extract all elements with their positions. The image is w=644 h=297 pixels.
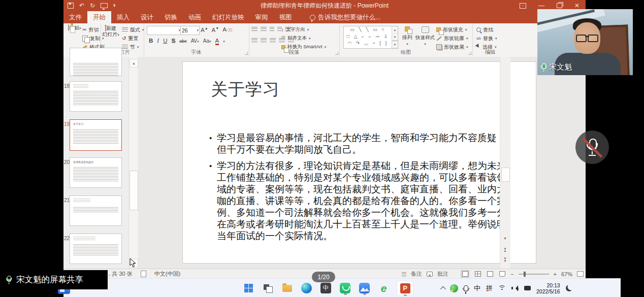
undo-icon[interactable]: ↶ bbox=[79, 2, 84, 9]
align-center-icon[interactable] bbox=[261, 38, 267, 43]
minimize-button[interactable]: — bbox=[538, 2, 544, 9]
close-button[interactable]: ✕ bbox=[574, 2, 579, 9]
ime-taskbar-button[interactable]: 中 bbox=[319, 282, 332, 294]
drawing-dialog-launcher[interactable] bbox=[468, 52, 471, 55]
powerpoint-taskbar-button[interactable]: P bbox=[397, 282, 413, 294]
zoom-slider[interactable] bbox=[519, 274, 549, 275]
thumbnail-slide-21[interactable] bbox=[70, 195, 122, 226]
paste-button[interactable]: 粘贴▾ bbox=[68, 25, 82, 31]
numbering-icon[interactable] bbox=[261, 27, 267, 31]
zoom-slider-thumb[interactable] bbox=[524, 272, 526, 277]
tab-slideshow[interactable]: 幻灯片放映 bbox=[207, 11, 250, 23]
thumbnail-slide-17-partial[interactable] bbox=[70, 48, 122, 76]
character-spacing-button[interactable]: AV▾ bbox=[191, 38, 199, 44]
next-slide-button[interactable]: ▼▼ bbox=[501, 256, 509, 263]
zoom-out-button[interactable]: − bbox=[510, 271, 513, 277]
layout-button[interactable]: 版式▾ bbox=[122, 25, 144, 34]
customize-qat-icon[interactable]: ▾ bbox=[113, 4, 115, 8]
text-shadow-button[interactable]: S bbox=[171, 38, 175, 44]
zoom-level[interactable]: 67% bbox=[561, 271, 572, 277]
find-button[interactable]: 查找 bbox=[476, 25, 497, 34]
arrange-button[interactable]: 排列▾ bbox=[400, 26, 414, 47]
edge-browser-button[interactable] bbox=[300, 282, 313, 294]
bullets-icon[interactable] bbox=[251, 27, 257, 31]
tab-file[interactable]: 文件 bbox=[63, 11, 87, 23]
browser-360-button[interactable]: e bbox=[377, 282, 390, 294]
tray-pinyin-mode[interactable]: 拼 bbox=[486, 284, 493, 293]
start-slideshow-icon[interactable] bbox=[101, 3, 108, 8]
thumbnail-slide-20[interactable]: 先考研还是先就业 bbox=[70, 157, 122, 188]
tray-overflow-icon[interactable] bbox=[440, 286, 446, 291]
gallery-up-icon[interactable]: ▲ bbox=[392, 26, 398, 34]
restore-button[interactable] bbox=[557, 3, 562, 8]
align-left-icon[interactable] bbox=[251, 38, 257, 43]
scrollbar-thumb[interactable] bbox=[501, 168, 510, 182]
grow-font-button[interactable]: A▲ bbox=[201, 26, 208, 33]
mute-button[interactable] bbox=[575, 130, 609, 164]
tab-review[interactable]: 审阅 bbox=[250, 11, 274, 23]
font-name-combo[interactable]: ▾ bbox=[147, 26, 181, 35]
thumbnail-panel-scrollbar[interactable]: ▲ ▼ bbox=[128, 57, 138, 269]
font-color-button[interactable]: A bbox=[215, 38, 219, 45]
file-explorer-button[interactable] bbox=[281, 282, 294, 294]
shape-outline-button[interactable]: 形状轮廓▾ bbox=[436, 34, 468, 43]
text-direction-button[interactable]: ↕文字方向▾ bbox=[281, 25, 326, 34]
thumbnail-slide-19-selected[interactable]: 关于学习 bbox=[70, 119, 122, 151]
slide-body-text[interactable]: 学习是最容易的事情，河北工大的学生，智商和学习能力不容质疑，但千万不要在大学期间… bbox=[208, 132, 515, 246]
change-case-button[interactable]: Aa▾ bbox=[203, 38, 211, 44]
font-size-combo[interactable]: 26▾ bbox=[180, 26, 200, 35]
reading-view-button[interactable] bbox=[486, 271, 494, 277]
new-slide-button[interactable]: ✦ 新建 幻灯片▾ bbox=[102, 25, 120, 38]
decrease-indent-icon[interactable] bbox=[270, 27, 274, 31]
slide-canvas[interactable]: 关于学习 学习是最容易的事情，河北工大的学生，智商和学习能力不容质疑，但千万不要… bbox=[183, 62, 536, 263]
normal-view-button[interactable] bbox=[461, 270, 469, 278]
scroll-up-button[interactable]: ▲ bbox=[130, 59, 138, 68]
tell-me-box[interactable]: 告诉我您想要做什么... bbox=[310, 11, 381, 23]
tab-view[interactable]: 视图 bbox=[274, 11, 298, 23]
strikethrough-button[interactable]: abc bbox=[179, 39, 187, 44]
tray-antivirus-icon[interactable] bbox=[450, 284, 458, 292]
shapes-gallery[interactable]: ▭ ╲ ╲ ▭ ○ □ △ ⌐ ⌐ ⇨ ⇩ ◠ ↷ ◡ ~ { } ▲ ▼ ▼ bbox=[343, 26, 398, 49]
task-view-button[interactable] bbox=[262, 282, 274, 294]
tray-microphone-icon[interactable] bbox=[464, 285, 468, 291]
fit-to-window-icon[interactable] bbox=[577, 271, 584, 277]
chat-app-button[interactable] bbox=[339, 282, 351, 294]
tab-home[interactable]: 开始 bbox=[87, 11, 111, 23]
tray-ime-mode[interactable]: 中 bbox=[474, 284, 480, 293]
ribbon-display-options-icon[interactable]: ↑ bbox=[520, 3, 526, 9]
redo-icon[interactable]: ↻ bbox=[90, 2, 95, 9]
meeting-app-button[interactable] bbox=[358, 282, 371, 294]
slide-sorter-view-button[interactable] bbox=[474, 271, 481, 277]
clock[interactable]: 20:13 2022/5/16 bbox=[536, 282, 560, 294]
replace-button[interactable]: ab替换▾ bbox=[476, 34, 497, 43]
save-icon[interactable] bbox=[68, 3, 74, 9]
tab-animations[interactable]: 动画 bbox=[183, 11, 207, 23]
gallery-more-icon[interactable]: ▼ bbox=[392, 41, 398, 48]
camera-icon[interactable] bbox=[524, 286, 531, 290]
paragraph-dialog-launcher[interactable] bbox=[335, 52, 338, 55]
clear-formatting-button[interactable]: A⌫ bbox=[222, 26, 232, 32]
slide-title[interactable]: 关于学习 bbox=[211, 78, 280, 101]
notes-page-icon[interactable] bbox=[141, 271, 146, 277]
comments-toggle[interactable]: 批注 bbox=[437, 270, 448, 278]
thumbnail-slide-22[interactable] bbox=[70, 234, 122, 264]
align-text-button[interactable]: 对齐文本▾ bbox=[281, 34, 326, 43]
bold-button[interactable]: B bbox=[149, 38, 153, 44]
zoom-in-button[interactable]: + bbox=[554, 271, 557, 277]
editor-vertical-scrollbar[interactable]: ▼ ▲▲ ▼▼ bbox=[500, 57, 510, 269]
start-button[interactable] bbox=[242, 282, 255, 294]
participant-video[interactable]: 宋文魁 bbox=[537, 9, 633, 75]
font-dialog-launcher[interactable] bbox=[245, 52, 248, 55]
tab-transitions[interactable]: 切换 bbox=[159, 11, 183, 23]
align-right-icon[interactable] bbox=[270, 38, 276, 43]
gallery-down-icon[interactable]: ▼ bbox=[392, 34, 398, 41]
wifi-icon[interactable] bbox=[498, 285, 506, 291]
thumbnail-slide-18[interactable] bbox=[70, 81, 122, 112]
shapes-gallery-scrollbar[interactable]: ▲ ▼ ▼ bbox=[392, 26, 398, 48]
italic-button[interactable]: I bbox=[157, 38, 159, 44]
tab-design[interactable]: 设计 bbox=[135, 11, 159, 23]
notes-toggle[interactable]: 备注 bbox=[411, 270, 422, 278]
shape-fill-button[interactable]: 形状填充▾ bbox=[436, 25, 468, 34]
underline-button[interactable]: U bbox=[163, 38, 167, 44]
speaker-icon[interactable] bbox=[511, 285, 519, 291]
